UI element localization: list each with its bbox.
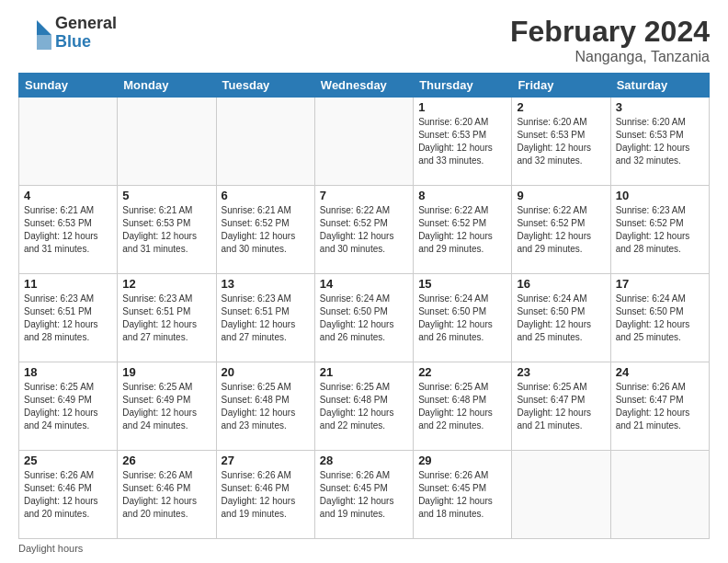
day-number: 15 [418, 277, 506, 291]
calendar-cell: 20Sunrise: 6:25 AM Sunset: 6:48 PM Dayli… [216, 362, 314, 451]
calendar-cell: 7Sunrise: 6:22 AM Sunset: 6:52 PM Daylig… [314, 186, 413, 274]
day-info: Sunrise: 6:25 AM Sunset: 6:48 PM Dayligh… [418, 381, 506, 432]
calendar-header-thursday: Thursday [414, 74, 512, 98]
calendar-cell: 5Sunrise: 6:21 AM Sunset: 6:53 PM Daylig… [118, 186, 216, 274]
logo-text: General Blue [55, 15, 117, 52]
day-number: 14 [320, 277, 408, 291]
day-number: 6 [222, 189, 310, 202]
day-number: 20 [222, 365, 310, 379]
day-number: 19 [122, 365, 210, 379]
day-info: Sunrise: 6:20 AM Sunset: 6:53 PM Dayligh… [418, 116, 506, 167]
day-number: 7 [320, 189, 408, 202]
day-number: 27 [222, 454, 310, 467]
calendar-week-4: 18Sunrise: 6:25 AM Sunset: 6:49 PM Dayli… [19, 362, 710, 451]
day-number: 18 [24, 365, 112, 379]
day-number: 5 [122, 189, 210, 202]
day-info: Sunrise: 6:21 AM Sunset: 6:53 PM Dayligh… [122, 204, 210, 256]
calendar-header-sunday: Sunday [19, 74, 118, 98]
day-number: 21 [320, 365, 408, 379]
day-info: Sunrise: 6:26 AM Sunset: 6:46 PM Dayligh… [24, 469, 112, 521]
day-info: Sunrise: 6:25 AM Sunset: 6:49 PM Dayligh… [24, 381, 112, 432]
calendar-cell: 27Sunrise: 6:26 AM Sunset: 6:46 PM Dayli… [216, 451, 314, 539]
calendar-cell [216, 98, 314, 186]
logo: General Blue [18, 15, 117, 52]
day-info: Sunrise: 6:26 AM Sunset: 6:45 PM Dayligh… [418, 469, 506, 521]
calendar-cell: 24Sunrise: 6:26 AM Sunset: 6:47 PM Dayli… [610, 362, 709, 451]
calendar-header-wednesday: Wednesday [314, 74, 413, 98]
day-info: Sunrise: 6:24 AM Sunset: 6:50 PM Dayligh… [616, 293, 704, 344]
day-info: Sunrise: 6:24 AM Sunset: 6:50 PM Dayligh… [418, 293, 506, 344]
day-number: 12 [122, 277, 210, 291]
calendar-cell: 23Sunrise: 6:25 AM Sunset: 6:47 PM Dayli… [512, 362, 610, 451]
calendar-cell: 25Sunrise: 6:26 AM Sunset: 6:46 PM Dayli… [19, 451, 118, 539]
day-number: 26 [122, 454, 210, 467]
day-info: Sunrise: 6:25 AM Sunset: 6:49 PM Dayligh… [122, 381, 210, 432]
calendar-cell: 6Sunrise: 6:21 AM Sunset: 6:52 PM Daylig… [216, 186, 314, 274]
day-info: Sunrise: 6:24 AM Sunset: 6:50 PM Dayligh… [517, 293, 605, 344]
day-info: Sunrise: 6:26 AM Sunset: 6:46 PM Dayligh… [222, 469, 310, 521]
calendar-cell: 2Sunrise: 6:20 AM Sunset: 6:53 PM Daylig… [512, 98, 610, 186]
calendar-week-1: 1Sunrise: 6:20 AM Sunset: 6:53 PM Daylig… [19, 98, 710, 186]
day-info: Sunrise: 6:20 AM Sunset: 6:53 PM Dayligh… [616, 116, 704, 167]
day-info: Sunrise: 6:25 AM Sunset: 6:47 PM Dayligh… [517, 381, 605, 432]
calendar-cell: 29Sunrise: 6:26 AM Sunset: 6:45 PM Dayli… [414, 451, 512, 539]
day-info: Sunrise: 6:20 AM Sunset: 6:53 PM Dayligh… [517, 116, 605, 167]
calendar-cell: 9Sunrise: 6:22 AM Sunset: 6:52 PM Daylig… [512, 186, 610, 274]
day-info: Sunrise: 6:22 AM Sunset: 6:52 PM Dayligh… [517, 204, 605, 256]
calendar-cell [610, 451, 709, 539]
calendar-cell: 17Sunrise: 6:24 AM Sunset: 6:50 PM Dayli… [610, 274, 709, 362]
logo-blue-text: Blue [55, 33, 117, 52]
day-number: 13 [222, 277, 310, 291]
calendar-cell: 28Sunrise: 6:26 AM Sunset: 6:45 PM Dayli… [314, 451, 413, 539]
calendar-cell: 14Sunrise: 6:24 AM Sunset: 6:50 PM Dayli… [314, 274, 413, 362]
title-location: Nanganga, Tanzania [510, 49, 710, 65]
calendar-cell: 13Sunrise: 6:23 AM Sunset: 6:51 PM Dayli… [216, 274, 314, 362]
calendar-cell [118, 98, 216, 186]
svg-marker-1 [37, 35, 51, 50]
calendar-cell: 26Sunrise: 6:26 AM Sunset: 6:46 PM Dayli… [118, 451, 216, 539]
calendar-week-5: 25Sunrise: 6:26 AM Sunset: 6:46 PM Dayli… [19, 451, 710, 539]
svg-marker-0 [37, 20, 51, 35]
calendar-header-saturday: Saturday [610, 74, 709, 98]
day-info: Sunrise: 6:25 AM Sunset: 6:48 PM Dayligh… [222, 381, 310, 432]
day-info: Sunrise: 6:22 AM Sunset: 6:52 PM Dayligh… [418, 204, 506, 256]
day-number: 17 [616, 277, 704, 291]
title-month: February 2024 [510, 15, 710, 49]
day-number: 8 [418, 189, 506, 202]
day-number: 16 [517, 277, 605, 291]
calendar-table: SundayMondayTuesdayWednesdayThursdayFrid… [18, 73, 710, 539]
day-number: 2 [517, 100, 605, 114]
day-info: Sunrise: 6:23 AM Sunset: 6:51 PM Dayligh… [122, 293, 210, 344]
day-info: Sunrise: 6:26 AM Sunset: 6:46 PM Dayligh… [122, 469, 210, 521]
day-number: 29 [418, 454, 506, 467]
day-number: 24 [616, 365, 704, 379]
calendar-cell: 19Sunrise: 6:25 AM Sunset: 6:49 PM Dayli… [118, 362, 216, 451]
day-number: 9 [517, 189, 605, 202]
day-info: Sunrise: 6:21 AM Sunset: 6:52 PM Dayligh… [222, 204, 310, 256]
calendar-header-row: SundayMondayTuesdayWednesdayThursdayFrid… [19, 74, 710, 98]
day-number: 23 [517, 365, 605, 379]
day-info: Sunrise: 6:23 AM Sunset: 6:51 PM Dayligh… [222, 293, 310, 344]
calendar-cell: 4Sunrise: 6:21 AM Sunset: 6:53 PM Daylig… [19, 186, 118, 274]
day-info: Sunrise: 6:21 AM Sunset: 6:53 PM Dayligh… [24, 204, 112, 256]
day-info: Sunrise: 6:23 AM Sunset: 6:52 PM Dayligh… [616, 204, 704, 256]
calendar-cell: 21Sunrise: 6:25 AM Sunset: 6:48 PM Dayli… [314, 362, 413, 451]
day-info: Sunrise: 6:24 AM Sunset: 6:50 PM Dayligh… [320, 293, 408, 344]
calendar-cell: 8Sunrise: 6:22 AM Sunset: 6:52 PM Daylig… [414, 186, 512, 274]
calendar-header-friday: Friday [512, 74, 610, 98]
title-area: February 2024 Nanganga, Tanzania [510, 15, 710, 65]
day-number: 22 [418, 365, 506, 379]
day-number: 11 [24, 277, 112, 291]
calendar-cell: 3Sunrise: 6:20 AM Sunset: 6:53 PM Daylig… [610, 98, 709, 186]
calendar-cell [19, 98, 118, 186]
logo-icon [18, 17, 51, 50]
footer-note: Daylight hours [18, 543, 710, 554]
calendar-cell [512, 451, 610, 539]
calendar-cell: 12Sunrise: 6:23 AM Sunset: 6:51 PM Dayli… [118, 274, 216, 362]
calendar-cell: 18Sunrise: 6:25 AM Sunset: 6:49 PM Dayli… [19, 362, 118, 451]
calendar-week-2: 4Sunrise: 6:21 AM Sunset: 6:53 PM Daylig… [19, 186, 710, 274]
calendar-week-3: 11Sunrise: 6:23 AM Sunset: 6:51 PM Dayli… [19, 274, 710, 362]
calendar-header-monday: Monday [118, 74, 216, 98]
day-info: Sunrise: 6:22 AM Sunset: 6:52 PM Dayligh… [320, 204, 408, 256]
day-number: 28 [320, 454, 408, 467]
